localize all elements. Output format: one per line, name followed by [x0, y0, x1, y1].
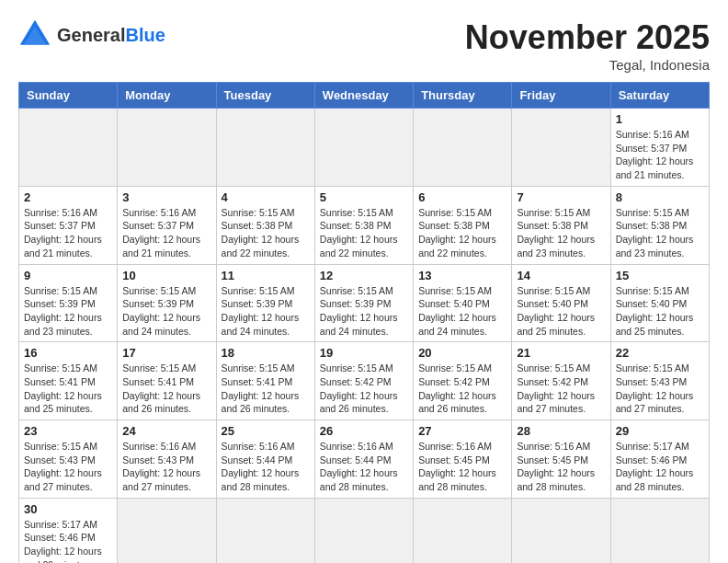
calendar-cell: 13Sunrise: 5:15 AM Sunset: 5:40 PM Dayli…: [414, 264, 512, 342]
day-number: 4: [222, 190, 310, 204]
calendar-cell: 1Sunrise: 5:16 AM Sunset: 5:37 PM Daylig…: [610, 109, 709, 187]
calendar-cell: 9Sunrise: 5:15 AM Sunset: 5:39 PM Daylig…: [19, 264, 118, 342]
calendar-cell: 4Sunrise: 5:15 AM Sunset: 5:38 PM Daylig…: [216, 186, 314, 264]
day-info: Sunrise: 5:16 AM Sunset: 5:44 PM Dayligh…: [320, 440, 408, 494]
logo: GeneralBlue: [18, 18, 165, 52]
day-number: 16: [24, 346, 112, 360]
day-number: 8: [616, 190, 704, 204]
day-number: 17: [122, 346, 210, 360]
day-info: Sunrise: 5:15 AM Sunset: 5:42 PM Dayligh…: [517, 362, 605, 416]
day-info: Sunrise: 5:16 AM Sunset: 5:37 PM Dayligh…: [122, 206, 210, 260]
day-info: Sunrise: 5:16 AM Sunset: 5:45 PM Dayligh…: [418, 440, 506, 494]
calendar-cell: [19, 109, 118, 187]
calendar-cell: 28Sunrise: 5:16 AM Sunset: 5:45 PM Dayli…: [512, 420, 610, 499]
col-header-friday: Friday: [512, 83, 610, 109]
day-info: Sunrise: 5:15 AM Sunset: 5:39 PM Dayligh…: [222, 284, 310, 339]
day-info: Sunrise: 5:15 AM Sunset: 5:38 PM Dayligh…: [418, 206, 506, 260]
col-header-saturday: Saturday: [610, 83, 709, 109]
day-number: 24: [122, 424, 210, 438]
day-info: Sunrise: 5:17 AM Sunset: 5:46 PM Dayligh…: [616, 440, 704, 494]
day-info: Sunrise: 5:15 AM Sunset: 5:39 PM Dayligh…: [122, 284, 210, 339]
day-number: 7: [517, 190, 605, 204]
day-info: Sunrise: 5:15 AM Sunset: 5:42 PM Dayligh…: [320, 362, 408, 416]
day-info: Sunrise: 5:17 AM Sunset: 5:46 PM Dayligh…: [24, 518, 112, 563]
day-info: Sunrise: 5:15 AM Sunset: 5:38 PM Dayligh…: [222, 206, 310, 260]
day-number: 1: [616, 112, 704, 126]
day-info: Sunrise: 5:15 AM Sunset: 5:39 PM Dayligh…: [320, 284, 408, 339]
calendar-week-row: 23Sunrise: 5:15 AM Sunset: 5:43 PM Dayli…: [19, 420, 710, 499]
col-header-thursday: Thursday: [414, 83, 512, 109]
calendar-cell: 22Sunrise: 5:15 AM Sunset: 5:43 PM Dayli…: [610, 342, 709, 420]
day-info: Sunrise: 5:15 AM Sunset: 5:38 PM Dayligh…: [616, 206, 704, 260]
calendar-week-row: 30Sunrise: 5:17 AM Sunset: 5:46 PM Dayli…: [19, 498, 710, 563]
calendar-cell: 17Sunrise: 5:15 AM Sunset: 5:41 PM Dayli…: [118, 342, 216, 420]
calendar-cell: [512, 109, 610, 187]
calendar-cell: 20Sunrise: 5:15 AM Sunset: 5:42 PM Dayli…: [414, 342, 512, 420]
calendar-cell: 29Sunrise: 5:17 AM Sunset: 5:46 PM Dayli…: [610, 420, 709, 499]
calendar-cell: 18Sunrise: 5:15 AM Sunset: 5:41 PM Dayli…: [216, 342, 314, 420]
day-number: 26: [320, 424, 408, 438]
day-info: Sunrise: 5:16 AM Sunset: 5:45 PM Dayligh…: [517, 440, 605, 494]
day-info: Sunrise: 5:15 AM Sunset: 5:43 PM Dayligh…: [616, 362, 704, 416]
calendar-cell: 14Sunrise: 5:15 AM Sunset: 5:40 PM Dayli…: [512, 264, 610, 342]
day-number: 13: [418, 269, 506, 282]
title-block: November 2025 Tegal, Indonesia: [465, 18, 710, 73]
day-info: Sunrise: 5:15 AM Sunset: 5:41 PM Dayligh…: [222, 362, 310, 416]
month-title: November 2025: [465, 18, 710, 57]
calendar-cell: [118, 109, 216, 187]
calendar-cell: [512, 498, 610, 563]
day-number: 19: [320, 346, 408, 360]
day-number: 22: [616, 346, 704, 360]
day-info: Sunrise: 5:15 AM Sunset: 5:40 PM Dayligh…: [616, 284, 704, 339]
calendar-cell: [216, 109, 314, 187]
calendar-header-row: SundayMondayTuesdayWednesdayThursdayFrid…: [19, 83, 710, 109]
day-number: 3: [122, 190, 210, 204]
day-number: 9: [24, 269, 112, 282]
day-number: 11: [222, 269, 310, 282]
day-number: 12: [320, 269, 408, 282]
day-info: Sunrise: 5:15 AM Sunset: 5:38 PM Dayligh…: [320, 206, 408, 260]
day-info: Sunrise: 5:15 AM Sunset: 5:41 PM Dayligh…: [24, 362, 112, 416]
calendar-cell: 12Sunrise: 5:15 AM Sunset: 5:39 PM Dayli…: [314, 264, 413, 342]
day-info: Sunrise: 5:15 AM Sunset: 5:42 PM Dayligh…: [418, 362, 506, 416]
calendar-cell: [314, 498, 413, 563]
calendar-cell: 2Sunrise: 5:16 AM Sunset: 5:37 PM Daylig…: [19, 186, 118, 264]
day-info: Sunrise: 5:15 AM Sunset: 5:40 PM Dayligh…: [418, 284, 506, 339]
day-number: 25: [222, 424, 310, 438]
calendar-cell: 3Sunrise: 5:16 AM Sunset: 5:37 PM Daylig…: [118, 186, 216, 264]
day-info: Sunrise: 5:16 AM Sunset: 5:37 PM Dayligh…: [24, 206, 112, 260]
day-number: 6: [418, 190, 506, 204]
day-number: 10: [122, 269, 210, 282]
calendar-cell: [216, 498, 314, 563]
day-number: 5: [320, 190, 408, 204]
day-number: 23: [24, 424, 112, 438]
calendar-cell: 15Sunrise: 5:15 AM Sunset: 5:40 PM Dayli…: [610, 264, 709, 342]
calendar-cell: 27Sunrise: 5:16 AM Sunset: 5:45 PM Dayli…: [414, 420, 512, 499]
calendar-cell: 6Sunrise: 5:15 AM Sunset: 5:38 PM Daylig…: [414, 186, 512, 264]
calendar-week-row: 9Sunrise: 5:15 AM Sunset: 5:39 PM Daylig…: [19, 264, 710, 342]
calendar-cell: [414, 109, 512, 187]
col-header-monday: Monday: [118, 83, 216, 109]
day-info: Sunrise: 5:15 AM Sunset: 5:43 PM Dayligh…: [24, 440, 112, 494]
page-header: GeneralBlue November 2025 Tegal, Indones…: [18, 18, 710, 73]
calendar-week-row: 2Sunrise: 5:16 AM Sunset: 5:37 PM Daylig…: [19, 186, 710, 264]
col-header-sunday: Sunday: [19, 83, 118, 109]
calendar-cell: 7Sunrise: 5:15 AM Sunset: 5:38 PM Daylig…: [512, 186, 610, 264]
calendar-cell: 25Sunrise: 5:16 AM Sunset: 5:44 PM Dayli…: [216, 420, 314, 499]
day-info: Sunrise: 5:16 AM Sunset: 5:37 PM Dayligh…: [616, 128, 704, 182]
day-info: Sunrise: 5:15 AM Sunset: 5:39 PM Dayligh…: [24, 284, 112, 339]
calendar-week-row: 1Sunrise: 5:16 AM Sunset: 5:37 PM Daylig…: [19, 109, 710, 187]
calendar-cell: 8Sunrise: 5:15 AM Sunset: 5:38 PM Daylig…: [610, 186, 709, 264]
location-subtitle: Tegal, Indonesia: [465, 57, 710, 73]
logo-text: GeneralBlue: [57, 25, 165, 46]
calendar-week-row: 16Sunrise: 5:15 AM Sunset: 5:41 PM Dayli…: [19, 342, 710, 420]
day-number: 29: [616, 424, 704, 438]
calendar-cell: 30Sunrise: 5:17 AM Sunset: 5:46 PM Dayli…: [19, 498, 118, 563]
calendar-cell: 11Sunrise: 5:15 AM Sunset: 5:39 PM Dayli…: [216, 264, 314, 342]
day-info: Sunrise: 5:15 AM Sunset: 5:41 PM Dayligh…: [122, 362, 210, 416]
day-number: 27: [418, 424, 506, 438]
day-number: 18: [222, 346, 310, 360]
day-info: Sunrise: 5:15 AM Sunset: 5:38 PM Dayligh…: [517, 206, 605, 260]
day-number: 15: [616, 269, 704, 282]
day-info: Sunrise: 5:16 AM Sunset: 5:43 PM Dayligh…: [122, 440, 210, 494]
